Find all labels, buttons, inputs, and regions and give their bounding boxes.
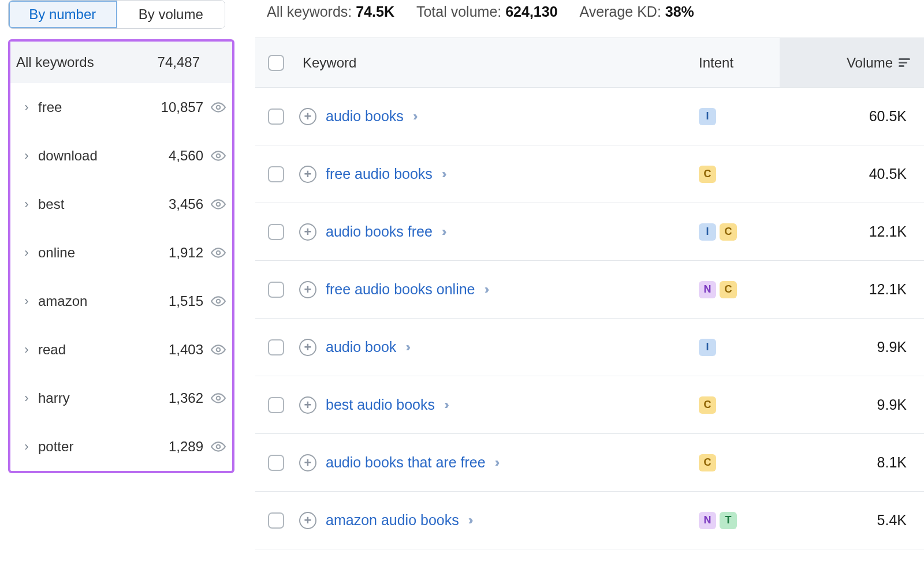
add-keyword-icon[interactable]: +: [299, 396, 316, 414]
svg-point-7: [217, 445, 221, 449]
eye-icon[interactable]: [210, 390, 226, 406]
row-checkbox[interactable]: [268, 282, 284, 298]
toggle-by-number[interactable]: By number: [9, 1, 117, 28]
keyword-groups-header[interactable]: All keywords 74,487: [10, 42, 232, 83]
keyword-group-label: download: [35, 148, 169, 164]
chevron-right-icon: ›: [18, 148, 35, 163]
intent-cell: NC: [699, 281, 780, 298]
chevron-right-icon: ›: [18, 391, 35, 406]
add-keyword-icon[interactable]: +: [299, 223, 316, 241]
col-header-volume[interactable]: Volume: [780, 38, 924, 87]
double-chevron-icon[interactable]: ››: [405, 340, 407, 355]
intent-badge-c[interactable]: C: [699, 454, 716, 471]
keyword-group-row[interactable]: ›online1,912: [10, 229, 232, 277]
keyword-table: Keyword Intent Volume +audio books ››I60…: [255, 38, 924, 549]
keyword-group-row[interactable]: ›read1,403: [10, 325, 232, 374]
toggle-by-volume[interactable]: By volume: [117, 1, 225, 28]
double-chevron-icon[interactable]: ››: [485, 282, 486, 297]
keyword-groups-panel: All keywords 74,487 ›free10,857›download…: [8, 39, 234, 473]
keyword-link[interactable]: amazon audio books: [326, 512, 459, 529]
keyword-link[interactable]: free audio books: [326, 166, 433, 182]
eye-icon[interactable]: [210, 99, 226, 115]
double-chevron-icon[interactable]: ››: [495, 455, 497, 470]
table-row: +audio books that are free ››C8.1K: [255, 434, 924, 492]
add-keyword-icon[interactable]: +: [299, 454, 316, 471]
eye-icon[interactable]: [210, 439, 226, 455]
keyword-group-row[interactable]: ›best3,456: [10, 180, 232, 229]
table-row: +free audio books ››C40.5K: [255, 145, 924, 203]
double-chevron-icon[interactable]: ››: [444, 398, 446, 413]
svg-point-0: [217, 106, 221, 110]
intent-badge-i[interactable]: I: [699, 108, 716, 125]
stat-all-keywords: All keywords: 74.5K: [267, 3, 394, 20]
double-chevron-icon[interactable]: ››: [442, 167, 444, 182]
add-keyword-icon[interactable]: +: [299, 512, 316, 529]
keyword-group-row[interactable]: ›download4,560: [10, 132, 232, 180]
intent-badge-i[interactable]: I: [699, 223, 716, 241]
keyword-cell: +audio books that are free ››: [296, 454, 699, 471]
keyword-link[interactable]: free audio books online: [326, 281, 475, 298]
double-chevron-icon[interactable]: ››: [413, 109, 415, 124]
row-checkbox[interactable]: [268, 108, 284, 125]
stat-average-kd: Average KD: 38%: [580, 3, 694, 20]
svg-point-6: [217, 396, 221, 400]
table-header-row: Keyword Intent Volume: [255, 38, 924, 88]
eye-icon[interactable]: [210, 148, 226, 164]
chevron-right-icon: ›: [18, 294, 35, 309]
keyword-group-label: online: [35, 245, 169, 261]
row-checkbox[interactable]: [268, 397, 284, 413]
row-checkbox[interactable]: [268, 512, 284, 529]
all-keywords-count: 74,487: [158, 54, 200, 70]
chevron-right-icon: ›: [18, 100, 35, 115]
summary-stats: All keywords: 74.5K Total volume: 624,13…: [255, 0, 924, 38]
select-all-checkbox[interactable]: [268, 55, 284, 71]
double-chevron-icon[interactable]: ››: [468, 513, 470, 528]
keyword-link[interactable]: audio book: [326, 339, 396, 355]
intent-cell: C: [699, 454, 780, 471]
volume-cell: 40.5K: [780, 166, 924, 182]
add-keyword-icon[interactable]: +: [299, 281, 316, 298]
eye-icon[interactable]: [210, 293, 226, 309]
intent-cell: C: [699, 166, 780, 183]
col-header-keyword[interactable]: Keyword: [296, 55, 699, 71]
keyword-cell: +amazon audio books ››: [296, 512, 699, 529]
col-header-intent[interactable]: Intent: [699, 55, 780, 71]
add-keyword-icon[interactable]: +: [299, 166, 316, 183]
svg-point-1: [217, 154, 221, 158]
keyword-group-label: potter: [35, 439, 169, 455]
double-chevron-icon[interactable]: ››: [442, 224, 444, 239]
eye-icon[interactable]: [210, 342, 226, 358]
intent-badge-c[interactable]: C: [720, 281, 737, 298]
intent-badge-c[interactable]: C: [699, 166, 716, 183]
keyword-group-count: 10,857: [161, 99, 210, 115]
row-checkbox[interactable]: [268, 455, 284, 471]
intent-badge-c[interactable]: C: [720, 223, 737, 241]
eye-icon[interactable]: [210, 196, 226, 212]
volume-cell: 12.1K: [780, 223, 924, 240]
keyword-link[interactable]: audio books free: [326, 223, 433, 240]
table-row: +best audio books ››C9.9K: [255, 376, 924, 434]
eye-icon[interactable]: [210, 245, 226, 261]
keyword-group-row[interactable]: ›free10,857: [10, 83, 232, 132]
row-checkbox[interactable]: [268, 224, 284, 240]
add-keyword-icon[interactable]: +: [299, 339, 316, 356]
add-keyword-icon[interactable]: +: [299, 108, 316, 125]
row-checkbox[interactable]: [268, 339, 284, 355]
keyword-group-row[interactable]: ›potter1,289: [10, 422, 232, 471]
keyword-link[interactable]: best audio books: [326, 396, 435, 413]
keyword-link[interactable]: audio books: [326, 108, 404, 125]
intent-badge-c[interactable]: C: [699, 396, 716, 414]
intent-badge-n[interactable]: N: [699, 512, 716, 529]
intent-badge-n[interactable]: N: [699, 281, 716, 298]
volume-cell: 5.4K: [780, 512, 924, 529]
keyword-group-row[interactable]: ›amazon1,515: [10, 277, 232, 325]
keyword-group-row[interactable]: ›harry1,362: [10, 374, 232, 422]
chevron-right-icon: ›: [18, 342, 35, 357]
row-checkbox[interactable]: [268, 166, 284, 182]
keyword-link[interactable]: audio books that are free: [326, 454, 486, 471]
chevron-right-icon: ›: [18, 245, 35, 260]
all-keywords-label: All keywords: [16, 54, 94, 70]
chevron-right-icon: ›: [18, 197, 35, 212]
intent-badge-t[interactable]: T: [720, 512, 737, 529]
intent-badge-i[interactable]: I: [699, 339, 716, 356]
